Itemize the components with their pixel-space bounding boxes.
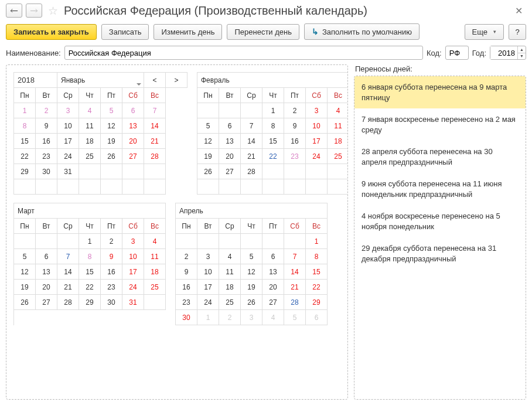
month-name-dropdown[interactable]: Январь [57, 73, 144, 88]
day-cell[interactable]: 5 [284, 310, 306, 325]
day-cell[interactable]: 10 [122, 249, 144, 264]
day-cell[interactable]: 26 [241, 295, 262, 310]
day-cell[interactable]: 26 [101, 149, 122, 164]
day-cell[interactable]: 26 [14, 295, 36, 310]
day-cell[interactable]: 20 [122, 134, 144, 149]
day-cell[interactable]: 11 [144, 249, 166, 264]
day-cell[interactable]: 6 [262, 249, 284, 264]
nav-back-button[interactable]: 🡐 [6, 4, 22, 18]
day-cell[interactable]: 4 [79, 103, 101, 118]
day-cell[interactable]: 6 [306, 310, 328, 325]
day-cell[interactable]: 1 [197, 310, 219, 325]
day-cell[interactable]: 22 [262, 149, 284, 164]
day-cell[interactable]: 5 [101, 103, 122, 118]
transfer-item[interactable]: 29 декабря суббота перенесена на 31 дека… [354, 237, 526, 270]
day-cell[interactable]: 20 [219, 149, 241, 164]
day-cell[interactable]: 16 [176, 280, 197, 295]
help-button[interactable]: ? [509, 24, 526, 40]
day-cell[interactable]: 25 [328, 149, 348, 164]
day-cell[interactable]: 4 [144, 234, 166, 249]
day-cell[interactable]: 24 [122, 280, 144, 295]
day-cell[interactable]: 7 [144, 103, 166, 118]
day-cell[interactable]: 12 [14, 264, 36, 280]
day-cell[interactable]: 3 [306, 103, 328, 118]
day-cell[interactable]: 23 [36, 149, 57, 164]
day-cell[interactable]: 19 [101, 134, 122, 149]
transfer-item[interactable]: 9 июня суббота перенесена на 11 июня пон… [354, 173, 526, 205]
year-down-button[interactable]: ▼ [518, 53, 526, 60]
day-cell[interactable]: 2 [36, 103, 57, 118]
transfer-item[interactable]: 7 января воскресенье перенесено на 2 мая… [354, 108, 526, 141]
day-cell[interactable]: 27 [262, 295, 284, 310]
day-cell[interactable]: 29 [79, 295, 101, 310]
day-cell[interactable]: 17 [57, 134, 79, 149]
day-cell[interactable]: 12 [241, 264, 262, 280]
day-cell[interactable]: 24 [57, 149, 79, 164]
day-cell[interactable]: 1 [306, 234, 328, 249]
day-cell[interactable]: 2 [284, 103, 306, 118]
save-and-close-button[interactable]: Записать и закрыть [6, 24, 97, 40]
day-cell[interactable]: 10 [57, 118, 79, 134]
day-cell[interactable]: 7 [57, 249, 79, 264]
day-cell[interactable]: 17 [306, 134, 328, 149]
day-cell[interactable]: 16 [284, 134, 306, 149]
day-cell[interactable]: 18 [328, 134, 348, 149]
day-cell[interactable]: 2 [219, 310, 241, 325]
day-cell[interactable]: 27 [36, 295, 57, 310]
day-cell[interactable]: 13 [219, 134, 241, 149]
favorite-star-icon[interactable]: ☆ [48, 4, 58, 18]
day-cell[interactable]: 7 [241, 118, 262, 134]
day-cell[interactable]: 11 [219, 264, 241, 280]
day-cell[interactable]: 8 [14, 118, 36, 134]
day-cell[interactable]: 2 [101, 234, 122, 249]
month-prev-button[interactable]: < [144, 73, 166, 88]
day-cell[interactable]: 9 [101, 249, 122, 264]
day-cell[interactable]: 14 [57, 264, 79, 280]
day-cell[interactable]: 9 [36, 118, 57, 134]
day-cell[interactable]: 8 [79, 249, 101, 264]
day-cell[interactable]: 21 [144, 134, 166, 149]
day-cell[interactable]: 7 [284, 249, 306, 264]
day-cell[interactable]: 11 [79, 118, 101, 134]
day-cell[interactable]: 20 [262, 280, 284, 295]
day-cell[interactable]: 19 [241, 280, 262, 295]
transfer-item[interactable]: 28 апреля суббота перенесена на 30 апрел… [354, 141, 526, 173]
day-cell[interactable]: 23 [101, 280, 122, 295]
day-cell[interactable]: 3 [122, 234, 144, 249]
transfer-item[interactable]: 4 ноября воскресенье перенесено на 5 ноя… [354, 205, 526, 237]
day-cell[interactable]: 25 [219, 295, 241, 310]
day-cell[interactable]: 3 [57, 103, 79, 118]
more-button[interactable]: Еще ▾ [465, 24, 504, 40]
save-button[interactable]: Записать [101, 24, 149, 40]
day-cell[interactable]: 14 [144, 118, 166, 134]
day-cell[interactable]: 30 [101, 295, 122, 310]
code-input[interactable] [445, 46, 469, 60]
year-input[interactable] [490, 46, 517, 59]
day-cell[interactable]: 28 [57, 295, 79, 310]
day-cell[interactable]: 16 [101, 264, 122, 280]
fill-default-button[interactable]: ↳ Заполнить по умолчанию [304, 23, 420, 40]
day-cell[interactable]: 17 [197, 280, 219, 295]
move-day-button[interactable]: Перенести день [227, 24, 299, 40]
day-cell[interactable]: 15 [262, 134, 284, 149]
year-up-button[interactable]: ▲ [518, 46, 526, 53]
day-cell[interactable]: 6 [219, 118, 241, 134]
day-cell[interactable]: 12 [197, 134, 219, 149]
day-cell[interactable]: 11 [328, 118, 348, 134]
day-cell[interactable]: 16 [36, 134, 57, 149]
day-cell[interactable]: 18 [219, 280, 241, 295]
day-cell[interactable]: 22 [14, 149, 36, 164]
name-input[interactable] [64, 46, 423, 60]
calendar-year-cell[interactable]: 2018 [14, 73, 57, 88]
day-cell[interactable]: 19 [197, 149, 219, 164]
transfers-list[interactable]: 6 января суббота перенесена на 9 марта п… [354, 76, 526, 400]
day-cell[interactable]: 4 [219, 249, 241, 264]
day-cell[interactable]: 25 [144, 280, 166, 295]
day-cell[interactable]: 21 [241, 149, 262, 164]
day-cell[interactable]: 8 [306, 249, 328, 264]
day-cell[interactable]: 25 [79, 149, 101, 164]
day-cell[interactable]: 24 [306, 149, 328, 164]
day-cell[interactable]: 13 [262, 264, 284, 280]
day-cell[interactable]: 15 [14, 134, 36, 149]
day-cell[interactable]: 28 [241, 164, 262, 179]
